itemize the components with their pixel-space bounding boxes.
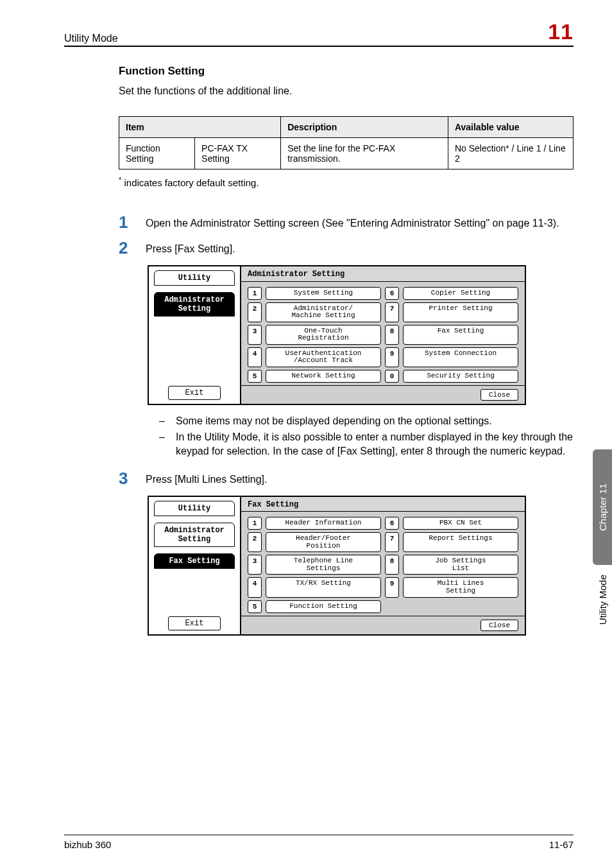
- printer-setting-button[interactable]: Printer Setting: [403, 302, 518, 322]
- section-intro: Set the functions of the additional line…: [119, 85, 574, 97]
- admin-machine-setting-button[interactable]: Administrator/ Machine Setting: [266, 302, 381, 322]
- note-1: Some items may not be displayed dependin…: [176, 414, 492, 428]
- report-settings-button[interactable]: Report Settings: [403, 532, 518, 552]
- exit-button[interactable]: Exit: [168, 386, 221, 400]
- multi-lines-setting-button[interactable]: Multi Lines Setting: [403, 577, 518, 597]
- menu-num[interactable]: 7: [385, 302, 399, 322]
- footnote-text: indicates factory default setting.: [124, 177, 259, 188]
- system-connection-button[interactable]: System Connection: [403, 347, 518, 367]
- header-footer-pos-button[interactable]: Header/Footer Position: [266, 532, 381, 552]
- cell-desc: Set the line for the PC-FAX transmission…: [281, 138, 448, 169]
- user-auth-button[interactable]: UserAuthentication /Account Track: [266, 347, 381, 367]
- step-number: 1: [119, 214, 134, 230]
- note-2: In the Utility Mode, it is also possible…: [176, 430, 574, 458]
- mode-side-label: Utility Mode: [597, 575, 608, 625]
- step-notes: –Some items may not be displayed dependi…: [159, 414, 574, 458]
- menu-num[interactable]: 9: [385, 347, 399, 367]
- page-footer: bizhub 360 11-67: [64, 835, 574, 850]
- job-settings-list-button[interactable]: Job Settings List: [403, 555, 518, 575]
- admin-setting-tab[interactable]: Administrator Setting: [154, 292, 235, 317]
- cell-avail: No Selection* / Line 1 / Line 2: [448, 138, 573, 169]
- menu-num[interactable]: 2: [248, 302, 262, 322]
- security-setting-button[interactable]: Security Setting: [403, 370, 518, 383]
- utility-tab[interactable]: Utility: [154, 270, 235, 286]
- menu-num[interactable]: 6: [385, 287, 399, 300]
- settings-table: Item Description Available value Functio…: [119, 116, 574, 169]
- header-chapter-number: 11: [548, 19, 574, 44]
- pbx-cn-set-button[interactable]: PBX CN Set: [403, 517, 518, 530]
- menu-num[interactable]: 9: [385, 577, 399, 597]
- copier-setting-button[interactable]: Copier Setting: [403, 287, 518, 300]
- fax-setting-tab[interactable]: Fax Setting: [154, 553, 235, 569]
- menu-num[interactable]: 5: [248, 600, 262, 613]
- screen-title: Fax Setting: [241, 497, 525, 512]
- menu-num[interactable]: 4: [248, 577, 262, 597]
- function-setting-button[interactable]: Function Setting: [266, 600, 381, 613]
- menu-num[interactable]: 7: [385, 532, 399, 552]
- header-section: Utility Mode: [64, 33, 118, 44]
- step-number: 3: [119, 470, 134, 487]
- menu-num[interactable]: 1: [248, 287, 262, 300]
- footer-left: bizhub 360: [64, 839, 111, 850]
- exit-button[interactable]: Exit: [168, 616, 221, 630]
- menu-num[interactable]: 8: [385, 555, 399, 575]
- menu-num[interactable]: 0: [385, 370, 399, 383]
- admin-setting-tab[interactable]: Administrator Setting: [154, 523, 235, 547]
- step-number: 2: [119, 239, 134, 256]
- footnote: * indicates factory default setting.: [119, 176, 574, 188]
- fax-setting-button[interactable]: Fax Setting: [403, 325, 518, 345]
- th-desc: Description: [281, 117, 448, 138]
- one-touch-reg-button[interactable]: One-Touch Registration: [266, 325, 381, 345]
- th-item: Item: [119, 117, 281, 138]
- close-button[interactable]: Close: [480, 389, 518, 401]
- admin-setting-screen: Utility Administrator Setting Exit Admin…: [148, 265, 526, 405]
- step-body: Press [Multi Lines Setting].: [146, 470, 574, 487]
- close-button[interactable]: Close: [480, 620, 518, 631]
- menu-num[interactable]: 2: [248, 532, 262, 552]
- network-setting-button[interactable]: Network Setting: [266, 370, 381, 383]
- telephone-line-button[interactable]: Telephone Line Settings: [266, 555, 381, 575]
- menu-num[interactable]: 6: [385, 517, 399, 530]
- menu-num[interactable]: 5: [248, 370, 262, 383]
- cell-item1: Function Setting: [119, 138, 195, 169]
- menu-num[interactable]: 4: [248, 347, 262, 367]
- tx-rx-setting-button[interactable]: TX/RX Setting: [266, 577, 381, 597]
- page-header: Utility Mode 11: [64, 19, 574, 47]
- system-setting-button[interactable]: System Setting: [266, 287, 381, 300]
- section-title: Function Setting: [119, 65, 574, 78]
- menu-num[interactable]: 1: [248, 517, 262, 530]
- table-row: Function Setting PC-FAX TX Setting Set t…: [119, 138, 574, 169]
- chapter-side-tab: Chapter 11: [593, 449, 612, 565]
- utility-tab[interactable]: Utility: [154, 501, 235, 516]
- menu-num[interactable]: 3: [248, 555, 262, 575]
- menu-num[interactable]: 3: [248, 325, 262, 345]
- menu-num[interactable]: 8: [385, 325, 399, 345]
- header-info-button[interactable]: Header Information: [266, 517, 381, 530]
- step-body: Press [Fax Setting].: [146, 239, 574, 256]
- step-3: 3 Press [Multi Lines Setting].: [119, 470, 574, 487]
- step-1: 1 Open the Administrator Setting screen …: [119, 214, 574, 230]
- footer-right: 11-67: [549, 839, 574, 850]
- step-body: Open the Administrator Setting screen (S…: [146, 214, 574, 230]
- fax-setting-screen: Utility Administrator Setting Fax Settin…: [148, 496, 526, 636]
- screen-title: Administrator Setting: [241, 266, 525, 281]
- step-2: 2 Press [Fax Setting].: [119, 239, 574, 256]
- th-avail: Available value: [448, 117, 573, 138]
- cell-item2: PC-FAX TX Setting: [195, 138, 281, 169]
